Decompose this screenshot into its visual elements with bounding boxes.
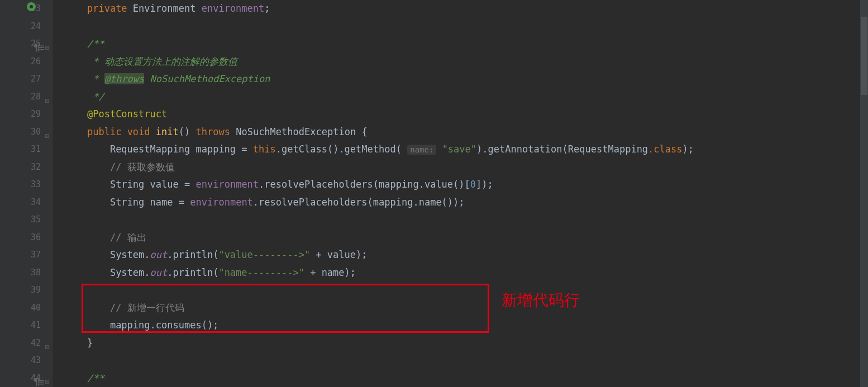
code-line[interactable]: // 获取参数值 — [64, 159, 868, 176]
comment-slash: // — [110, 161, 127, 173]
call: .println( — [167, 249, 218, 260]
code-line[interactable]: // 新增一行代码 — [64, 299, 868, 317]
variable: name — [150, 197, 173, 208]
vertical-scrollbar[interactable] — [860, 0, 868, 387]
code-line[interactable]: public void init() throws NoSuchMethodEx… — [64, 123, 868, 141]
line-number: 43 — [0, 352, 41, 370]
comment: 输出 — [127, 232, 146, 243]
fold-open-icon[interactable]: ⊟ — [45, 373, 50, 387]
fold-open-icon[interactable]: ⊟ — [45, 39, 50, 57]
javadoc-star: * — [87, 73, 104, 84]
brace: { — [361, 126, 367, 137]
code-line[interactable]: System.out.println("value-------->" + va… — [64, 246, 868, 264]
rest: + name); — [304, 267, 356, 278]
number: 0 — [470, 179, 476, 190]
code-line[interactable]: /** — [64, 370, 868, 388]
line-number: 39 — [0, 281, 41, 299]
annotation: @PostConstruct — [87, 108, 167, 120]
code-line[interactable]: System.out.println("name-------->" + nam… — [64, 264, 868, 282]
type: String — [110, 179, 144, 190]
javadoc-close: */ — [87, 91, 104, 102]
line-number: 29 — [0, 106, 41, 123]
field: environment — [202, 3, 265, 14]
keyword: void — [127, 126, 150, 137]
type: String — [110, 197, 144, 208]
code-line[interactable]: } — [64, 335, 868, 352]
javadoc-open: /** — [87, 38, 104, 49]
code-line[interactable]: * @throws NoSuchMethodException — [64, 70, 868, 88]
line-number: 36 — [0, 229, 41, 247]
comment: 获取参数值 — [127, 161, 175, 173]
paragraph-icon: ¶≡ — [34, 373, 44, 388]
static-field: out — [150, 267, 168, 278]
semi: ; — [264, 3, 270, 14]
fold-close-icon[interactable]: ⊟ — [45, 338, 50, 356]
javadoc-text: NoSuchMethodException — [144, 73, 270, 84]
code-line[interactable]: /** — [64, 35, 868, 53]
code-line[interactable]: * 动态设置方法上的注解的参数值 — [64, 53, 868, 71]
code-content[interactable]: ⊟ ⊟ ⊟ ⊟ ⊟ private Environment environmen… — [53, 0, 868, 387]
code-line[interactable] — [64, 352, 868, 370]
fold-close-icon[interactable]: ⊟ — [45, 92, 50, 110]
line-number: 26 — [0, 53, 41, 71]
string: "value-------->" — [218, 249, 310, 260]
line-number: 42 — [0, 335, 41, 352]
javadoc-text: 动态设置方法上的注解的参数值 — [104, 56, 237, 67]
code-line[interactable]: String name = environment.resolvePlaceho… — [64, 194, 868, 212]
qualifier: System. — [110, 267, 150, 278]
code-line[interactable]: mapping.consumes(); — [64, 317, 868, 335]
code-line[interactable] — [64, 281, 868, 299]
keyword: private — [87, 3, 127, 14]
code-line[interactable] — [64, 18, 868, 36]
bean-gutter-icon[interactable] — [27, 2, 36, 11]
brace: } — [87, 337, 93, 348]
fold-open-icon[interactable]: ⊟ — [45, 127, 50, 145]
call: ).getAnnotation( — [476, 144, 568, 155]
line-number: 31 — [0, 141, 41, 159]
code-line[interactable] — [64, 211, 868, 229]
javadoc-star: * — [87, 56, 104, 67]
keyword: public — [87, 126, 121, 137]
qualifier: System. — [110, 249, 150, 260]
string: "save" — [442, 144, 476, 155]
code-editor[interactable]: 23 24 25 ¶≡ 26 27 28 29 30 31 32 33 34 3… — [0, 0, 868, 387]
code-line[interactable]: @PostConstruct — [64, 106, 868, 123]
code-line[interactable]: RequestMapping mapping = this.getClass()… — [64, 141, 868, 159]
op: = — [179, 197, 184, 208]
field: environment — [190, 197, 253, 208]
call: .getClass().getMethod( — [276, 144, 402, 155]
type: RequestMapping — [568, 144, 648, 155]
line-number: 44 ¶≡ — [0, 370, 41, 388]
javadoc-open: /** — [87, 372, 104, 384]
line-number: 40 — [0, 299, 41, 317]
code-line[interactable]: private Environment environment; — [64, 0, 868, 18]
line-number: 41 — [0, 317, 41, 335]
exception-type: NoSuchMethodException — [236, 126, 356, 137]
line-number: 33 — [0, 176, 41, 194]
code-line[interactable]: // 输出 — [64, 229, 868, 247]
variable: mapping — [195, 144, 236, 155]
op: = — [184, 179, 190, 190]
type: Environment — [133, 3, 196, 14]
static-field: out — [150, 249, 168, 260]
parens: () — [179, 126, 190, 137]
code-line[interactable]: String value = environment.resolvePlaceh… — [64, 176, 868, 194]
line-number: 37 — [0, 246, 41, 264]
line-number: 32 — [0, 159, 41, 176]
variable: value — [150, 179, 179, 190]
javadoc-tag: @throws — [104, 73, 145, 84]
method-name: init — [156, 126, 179, 137]
code-line[interactable]: */ — [64, 88, 868, 106]
line-number: 27 — [0, 70, 41, 88]
op: = — [241, 144, 247, 155]
fold-column: ⊟ ⊟ ⊟ ⊟ ⊟ — [45, 0, 53, 387]
scrollbar-thumb[interactable] — [861, 17, 867, 95]
param-hint: name: — [407, 145, 436, 155]
keyword: throws — [196, 126, 230, 137]
line-number: 30 — [0, 123, 41, 141]
field: environment — [196, 179, 259, 190]
close: ]); — [476, 179, 493, 190]
string: "name-------->" — [218, 267, 304, 278]
close: ); — [683, 144, 694, 155]
comment-slash: // — [110, 302, 127, 313]
